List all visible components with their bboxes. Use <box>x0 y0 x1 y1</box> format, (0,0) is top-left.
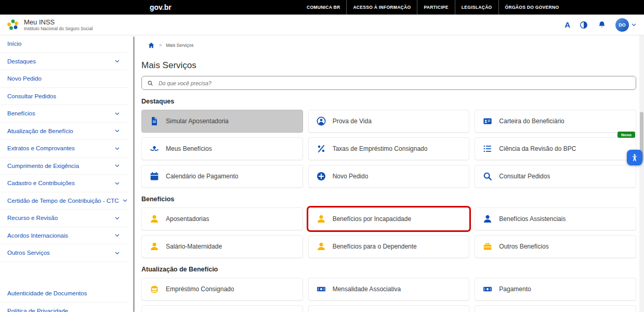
sidebar-item-label: Consultar Pedidos <box>7 93 56 99</box>
card-prova-de-vida[interactable]: Prova de Vida <box>308 110 470 133</box>
card-salario-maternidade[interactable]: Salário-Maternidade <box>141 235 303 258</box>
topbar-link-legislacao[interactable]: LEGISLAÇÃO <box>455 0 498 15</box>
card-consultar-pedidos[interactable]: Consultar Pedidos <box>475 165 636 188</box>
card-emprestimo-consignado[interactable]: Empréstimo Consignado <box>141 278 303 301</box>
search-input[interactable] <box>157 80 630 87</box>
chevron-down-icon <box>114 163 120 168</box>
sidebar-item-acordos-internacionais[interactable]: Acordos Internacionais <box>0 227 127 245</box>
sidebar-item-extratos-e-comprovantes[interactable]: Extratos e Comprovantes <box>0 140 127 158</box>
card-grid: Simular AposentadoriaProva de VidaCartei… <box>141 110 636 188</box>
card-carteira-do-beneficiario[interactable]: Carteira do Beneficiário <box>475 110 636 133</box>
card-outros-beneficios[interactable]: Outros Benefícios <box>475 235 636 258</box>
accessibility-widget-button[interactable] <box>627 150 642 165</box>
card-label: Calendário de Pagamento <box>166 173 238 180</box>
topbar-link-orgaos-do-governo[interactable]: ÓRGÃOS DO GOVERNO <box>498 0 566 15</box>
card-grid: Empréstimo ConsignadoMensalidade Associa… <box>141 278 636 312</box>
list-icon <box>482 144 493 154</box>
sidebar-divider <box>133 36 135 312</box>
calendar-icon <box>149 171 160 181</box>
sidebar: InícioDestaquesNovo PedidoConsultar Pedi… <box>0 35 127 312</box>
sidebar-item-label: Recurso e Revisão <box>7 215 58 221</box>
card-label: Novo Pedido <box>333 173 369 180</box>
header-actions: A DO <box>564 18 637 32</box>
avatar: DO <box>615 18 629 32</box>
sidebar-item-beneficios[interactable]: Benefícios <box>0 105 127 123</box>
search-circle-icon <box>482 171 493 181</box>
topbar-link-comunica-br[interactable]: COMUNICA BR <box>300 0 346 15</box>
notifications-bell-icon[interactable] <box>597 20 607 30</box>
card-label: Carteira do Beneficiário <box>499 118 564 125</box>
card-pagamento[interactable]: Pagamento <box>475 278 636 301</box>
app-title: Meu INSS <box>24 19 93 26</box>
chevron-down-icon <box>631 22 637 28</box>
govbr-logo[interactable]: gov.br <box>150 3 172 11</box>
user-menu[interactable]: DO <box>615 18 637 32</box>
sidebar-item-atualizacao-de-beneficio[interactable]: Atualização de Benefício <box>0 123 127 140</box>
sidebar-item-label: Certidão de Tempo de Contribuição - CTC <box>7 198 119 204</box>
card-label: Meus Benefícios <box>166 145 212 152</box>
sidebar-item-label: Cadastro e Contribuições <box>7 180 75 186</box>
breadcrumb-separator: > <box>159 43 162 48</box>
novo-badge: Novo <box>617 132 635 138</box>
card-label: Pagamento <box>499 285 531 293</box>
card-partial[interactable] <box>475 305 636 312</box>
card-partial[interactable] <box>141 305 303 312</box>
card-beneficios-assistenciais[interactable]: Benefícios Assistenciais <box>475 207 636 230</box>
topbar-link-participe[interactable]: PARTICIPE <box>417 0 454 15</box>
card-label: Benefícios por Incapacidade <box>333 215 411 223</box>
person-icon <box>316 241 326 252</box>
card-beneficios-por-incapacidade[interactable]: Benefícios por Incapacidade <box>308 207 470 230</box>
card-label: Outros Benefícios <box>499 243 548 250</box>
sidebar-item-consultar-pedidos[interactable]: Consultar Pedidos <box>0 88 127 106</box>
id-card-icon <box>482 116 493 126</box>
person-icon <box>149 241 160 252</box>
card-novo-pedido[interactable]: Novo Pedido <box>308 165 470 188</box>
card-simular-aposentadoria[interactable]: Simular Aposentadoria <box>141 110 303 133</box>
sidebar-item-label: Início <box>7 41 22 47</box>
card-label: Consultar Pedidos <box>499 173 550 180</box>
sidebar-item-cumprimento-de-exigencia[interactable]: Cumprimento de Exigência <box>0 158 127 175</box>
sidebar-item-label: Acordos Internacionais <box>7 232 68 239</box>
brand[interactable]: Meu INSS Instituto Nacional do Seguro So… <box>6 18 93 32</box>
search-bar <box>141 76 636 90</box>
sidebar-footer-item-autenticidade-de-documentos[interactable]: Autenticidade de Documentos <box>0 285 127 303</box>
section-heading-beneficios: Benefícios <box>141 196 636 203</box>
home-icon[interactable] <box>148 42 155 49</box>
contrast-icon[interactable] <box>579 20 588 30</box>
app-subtitle: Instituto Nacional do Seguro Social <box>24 26 93 31</box>
card-ciencia-da-revisao-do-bpc[interactable]: Ciência da Revisão do BPCNovo <box>475 137 636 160</box>
briefcase-icon <box>482 241 493 252</box>
sidebar-item-outros-servicos[interactable]: Outros Serviços <box>0 244 127 262</box>
sidebar-item-label: Autenticidade de Documentos <box>7 290 87 296</box>
card-meus-beneficios[interactable]: Meus Benefícios <box>141 137 303 160</box>
sidebar-item-label: Outros Serviços <box>7 250 50 256</box>
card-calendario-de-pagamento[interactable]: Calendário de Pagamento <box>141 165 303 188</box>
card-taxas-de-emprestimo-consignado[interactable]: Taxas de Empréstimo Consignado <box>308 137 470 160</box>
sidebar-item-cadastro-e-contribuicoes[interactable]: Cadastro e Contribuições <box>0 175 127 192</box>
sidebar-footer-item-politica-de-privacidade[interactable]: Política de Privacidade <box>0 303 127 312</box>
chevron-down-icon <box>114 146 120 151</box>
chevron-down-icon <box>114 250 120 256</box>
sidebar-item-inicio[interactable]: Início <box>0 35 127 53</box>
card-mensalidade-associativa[interactable]: Mensalidade Associativa <box>308 278 470 301</box>
percent-icon <box>316 144 326 154</box>
breadcrumb: > Mais Serviços <box>141 35 636 53</box>
person-check-icon <box>316 116 326 126</box>
card-partial[interactable] <box>308 305 470 312</box>
topbar-link-acesso-a-informacao[interactable]: ACESSO À INFORMAÇÃO <box>346 0 417 15</box>
govbr-logo-gov: gov <box>150 3 162 11</box>
card-beneficios-para-o-dependente[interactable]: Benefícios para o Dependente <box>308 235 470 258</box>
sidebar-item-recurso-e-revisao[interactable]: Recurso e Revisão <box>0 210 127 227</box>
card-aposentadorias[interactable]: Aposentadorias <box>141 207 303 230</box>
sidebar-item-destaques[interactable]: Destaques <box>0 53 127 71</box>
chevron-down-icon <box>114 232 120 238</box>
breadcrumb-current: Mais Serviços <box>166 43 193 48</box>
sidebar-item-label: Novo Pedido <box>7 75 42 82</box>
sidebar-item-novo-pedido[interactable]: Novo Pedido <box>0 70 127 88</box>
sidebar-item-label: Política de Privacidade <box>7 308 68 312</box>
sidebar-item-certidao-de-tempo-de-contribuicao-ctc[interactable]: Certidão de Tempo de Contribuição - CTC <box>0 192 127 210</box>
font-size-button[interactable]: A <box>564 20 570 29</box>
page-title: Mais Serviços <box>141 60 636 71</box>
chevron-down-icon <box>122 198 127 203</box>
card-label: Empréstimo Consignado <box>166 285 234 293</box>
